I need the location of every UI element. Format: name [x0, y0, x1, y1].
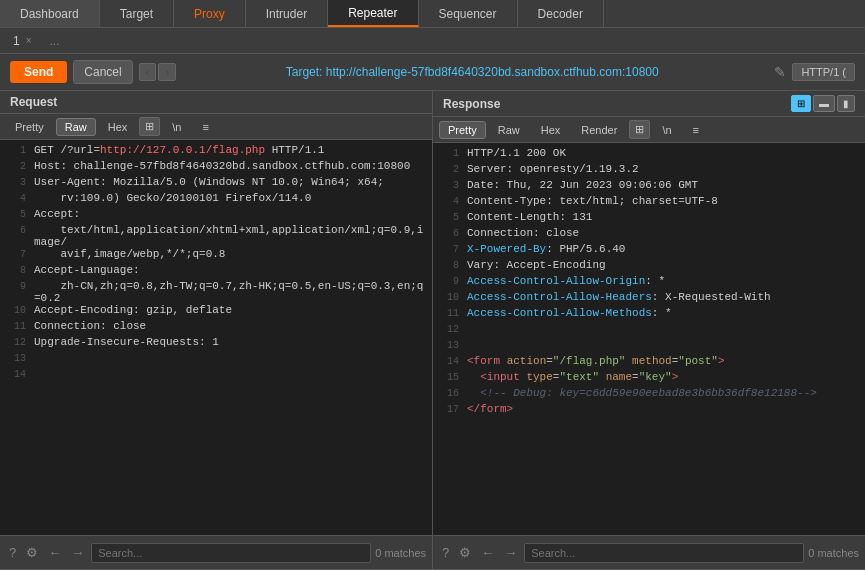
view-split-btn[interactable]: ⊞ [791, 95, 811, 112]
http-version-badge: HTTP/1 ( [792, 63, 855, 81]
res-line-5: 5 Content-Length: 131 [433, 211, 865, 227]
res-line-17: 17 </form> [433, 403, 865, 419]
req-line-5: 5 Accept: [0, 208, 432, 224]
req-line-1: 1 GET /?url=http://127.0.0.1/flag.php HT… [0, 144, 432, 160]
req-line-6: 6 text/html,application/xhtml+xml,applic… [0, 224, 432, 248]
target-prefix: Target: [286, 65, 326, 79]
request-code-area[interactable]: 1 GET /?url=http://127.0.0.1/flag.php HT… [0, 140, 432, 535]
req-next-match-icon[interactable]: → [68, 543, 87, 562]
main-area: Request Pretty Raw Hex ⊞ \n ≡ 1 GET /?ur… [0, 91, 865, 535]
res-line-15: 15 <input type="text" name="key"> [433, 371, 865, 387]
request-search-bar: ? ⚙ ← → 0 matches [0, 536, 433, 569]
cancel-button[interactable]: Cancel [73, 60, 132, 84]
req-line-11: 11 Connection: close [0, 320, 432, 336]
sub-tab-dots[interactable]: ... [41, 28, 69, 53]
toolbar: Send Cancel ‹ › Target: http://challenge… [0, 54, 865, 91]
response-header-label: Response [443, 97, 500, 111]
tab-decoder[interactable]: Decoder [518, 0, 604, 27]
back-arrow-button[interactable]: ‹ [139, 63, 157, 81]
request-matches-label: 0 matches [375, 547, 426, 559]
response-matches-label: 0 matches [808, 547, 859, 559]
tab-intruder[interactable]: Intruder [246, 0, 328, 27]
req-line-3: 3 User-Agent: Mozilla/5.0 (Windows NT 10… [0, 176, 432, 192]
sub-tab-label: 1 [13, 34, 20, 48]
req-help-icon[interactable]: ? [6, 543, 19, 562]
response-panel: Response ⊞ ▬ ▮ Pretty Raw Hex Render ⊞ \… [433, 91, 865, 535]
req-line-2: 2 Host: challenge-57fbd8f4640320bd.sandb… [0, 160, 432, 176]
top-navigation: Dashboard Target Proxy Intruder Repeater… [0, 0, 865, 28]
res-line-12: 12 [433, 323, 865, 339]
req-line-12: 12 Upgrade-Insecure-Requests: 1 [0, 336, 432, 352]
req-prev-match-icon[interactable]: ← [45, 543, 64, 562]
response-header-row: Response ⊞ ▬ ▮ [433, 91, 865, 117]
res-tab-newline[interactable]: \n [653, 121, 680, 139]
request-header: Request [0, 91, 432, 114]
res-line-3: 3 Date: Thu, 22 Jun 2023 09:06:06 GMT [433, 179, 865, 195]
sub-tab-1[interactable]: 1 × [4, 28, 41, 53]
request-toolbar: Pretty Raw Hex ⊞ \n ≡ [0, 114, 432, 140]
res-tab-render[interactable]: Render [572, 121, 626, 139]
sub-tab-bar: 1 × ... [0, 28, 865, 54]
tab-sequencer[interactable]: Sequencer [419, 0, 518, 27]
res-tab-raw[interactable]: Raw [489, 121, 529, 139]
target-url: http://challenge-57fbd8f4640320bd.sandbo… [326, 65, 659, 79]
tab-target[interactable]: Target [100, 0, 174, 27]
res-tab-menu[interactable]: ≡ [684, 121, 708, 139]
res-help-icon[interactable]: ? [439, 543, 452, 562]
res-line-13: 13 [433, 339, 865, 355]
res-line-8: 8 Vary: Accept-Encoding [433, 259, 865, 275]
dots-label: ... [50, 34, 60, 48]
res-line-1: 1 HTTP/1.1 200 OK [433, 147, 865, 163]
req-tab-raw[interactable]: Raw [56, 118, 96, 136]
bottom-bar: ? ⚙ ← → 0 matches ? ⚙ ← → 0 matches [0, 535, 865, 569]
close-icon[interactable]: × [26, 35, 32, 46]
res-line-14: 14 <form action="/flag.php" method="post… [433, 355, 865, 371]
request-panel: Request Pretty Raw Hex ⊞ \n ≡ 1 GET /?ur… [0, 91, 433, 535]
res-line-10: 10 Access-Control-Allow-Headers: X-Reque… [433, 291, 865, 307]
res-tab-hex[interactable]: Hex [532, 121, 570, 139]
req-tab-newline[interactable]: \n [163, 118, 190, 136]
res-tab-icon1[interactable]: ⊞ [629, 120, 650, 139]
res-line-16: 16 <!-- Debug: key=c6dd59e90eebad8e3b6bb… [433, 387, 865, 403]
tab-proxy[interactable]: Proxy [174, 0, 246, 27]
tab-repeater[interactable]: Repeater [328, 0, 418, 27]
response-toolbar: Pretty Raw Hex Render ⊞ \n ≡ [433, 117, 865, 143]
req-tab-menu[interactable]: ≡ [194, 118, 218, 136]
response-search-input[interactable] [524, 543, 804, 563]
req-line-4: 4 rv:109.0) Gecko/20100101 Firefox/114.0 [0, 192, 432, 208]
res-line-4: 4 Content-Type: text/html; charset=UTF-8 [433, 195, 865, 211]
res-tab-pretty[interactable]: Pretty [439, 121, 486, 139]
fwd-arrow-button[interactable]: › [158, 63, 176, 81]
req-line-14: 14 [0, 368, 432, 384]
res-line-6: 6 Connection: close [433, 227, 865, 243]
req-tab-pretty[interactable]: Pretty [6, 118, 53, 136]
req-line-13: 13 [0, 352, 432, 368]
res-line-2: 2 Server: openresty/1.19.3.2 [433, 163, 865, 179]
res-line-9: 9 Access-Control-Allow-Origin: * [433, 275, 865, 291]
response-code-area[interactable]: 1 HTTP/1.1 200 OK 2 Server: openresty/1.… [433, 143, 865, 535]
req-line-9: 9 zh-CN,zh;q=0.8,zh-TW;q=0.7,zh-HK;q=0.5… [0, 280, 432, 304]
req-line-7: 7 avif,image/webp,*/*;q=0.8 [0, 248, 432, 264]
req-tab-icon1[interactable]: ⊞ [139, 117, 160, 136]
req-line-8: 8 Accept-Language: [0, 264, 432, 280]
request-search-input[interactable] [91, 543, 371, 563]
tab-dashboard[interactable]: Dashboard [0, 0, 100, 27]
response-search-bar: ? ⚙ ← → 0 matches [433, 536, 865, 569]
view-toggle: ⊞ ▬ ▮ [791, 95, 855, 112]
view-horizontal-btn[interactable]: ▬ [813, 95, 835, 112]
req-line-10: 10 Accept-Encoding: gzip, deflate [0, 304, 432, 320]
edit-icon[interactable]: ✎ [774, 64, 786, 80]
view-vertical-btn[interactable]: ▮ [837, 95, 855, 112]
target-label: Target: http://challenge-57fbd8f4640320b… [182, 65, 762, 79]
nav-arrows: ‹ › [139, 63, 176, 81]
res-next-match-icon[interactable]: → [501, 543, 520, 562]
res-settings-icon[interactable]: ⚙ [456, 543, 474, 562]
res-prev-match-icon[interactable]: ← [478, 543, 497, 562]
res-line-7: 7 X-Powered-By: PHP/5.6.40 [433, 243, 865, 259]
res-line-11: 11 Access-Control-Allow-Methods: * [433, 307, 865, 323]
req-settings-icon[interactable]: ⚙ [23, 543, 41, 562]
send-button[interactable]: Send [10, 61, 67, 83]
req-tab-hex[interactable]: Hex [99, 118, 137, 136]
